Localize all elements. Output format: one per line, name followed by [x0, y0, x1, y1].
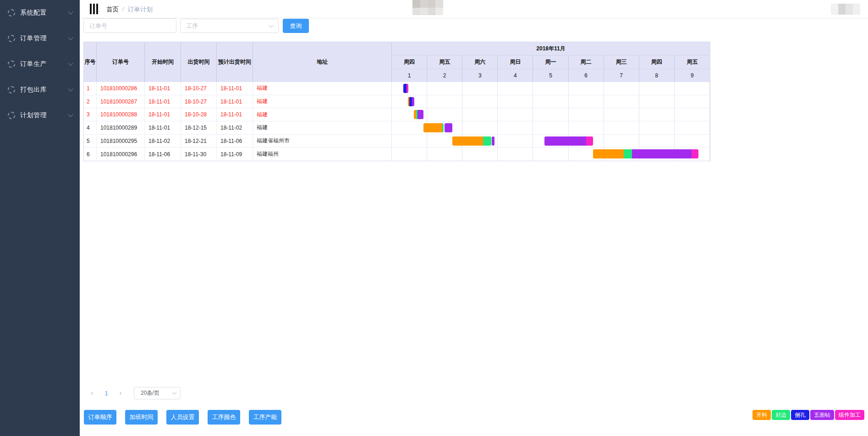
gantt-bar[interactable]	[414, 110, 423, 119]
breadcrumb-current: 订单计划	[128, 5, 153, 14]
day-number-row: 123456789	[392, 69, 710, 82]
weekday-row: 周四周五周六周日周一周二周三周四周五	[392, 55, 710, 69]
cell-order-no: 101810000289	[97, 121, 145, 134]
legend-chip-fengbian[interactable]: 封边	[772, 410, 790, 420]
sidebar-item-1[interactable]: 系统配置	[0, 0, 80, 26]
cell-start-time: 18-11-01	[145, 95, 181, 108]
cell-seq: 1	[84, 82, 97, 95]
cell-order-no: 101810000286	[97, 82, 145, 95]
cell-est-ship-time: 18-11-01	[217, 95, 253, 108]
order-no-input[interactable]	[83, 18, 176, 33]
order-sequence-button[interactable]: 订单顺序	[84, 410, 116, 425]
action-buttons: 订单顺序加班时间人员设置工序颜色工序产能	[84, 410, 281, 425]
day-number-cell: 1	[392, 69, 427, 82]
sidebar-item-3[interactable]: 订单生产	[0, 51, 80, 77]
page-size-value: 20条/页	[141, 389, 159, 397]
chevron-down-icon	[172, 390, 177, 395]
col-order-no-header: 订单号	[97, 42, 145, 82]
sidebar-item-5[interactable]: 计划管理	[0, 103, 80, 128]
gantt-bar[interactable]	[445, 123, 452, 132]
cell-start-time: 18-11-01	[145, 108, 181, 121]
cell-ship-time: 18-11-30	[181, 147, 217, 161]
table-row: 410181000028918-11-0118-12-1518-11-02福建	[84, 121, 710, 135]
table-row: 210181000028718-11-0118-10-2718-11-01福建	[84, 95, 710, 109]
cell-ship-time: 18-10-28	[181, 108, 217, 121]
cell-ship-time: 18-10-27	[181, 82, 217, 95]
gantt-bar[interactable]	[408, 97, 414, 106]
gantt-row	[392, 82, 710, 95]
gear-icon	[8, 112, 15, 119]
weekday-cell: 周二	[569, 55, 604, 69]
cell-start-time: 18-11-02	[145, 135, 181, 147]
cell-seq: 2	[84, 95, 97, 108]
sidebar-item-2[interactable]: 订单管理	[0, 26, 80, 51]
cell-est-ship-time: 18-11-02	[217, 121, 253, 134]
weekday-cell: 周四	[639, 55, 675, 69]
process-legend: 开料封边侧孔五面钻组件加工	[753, 410, 864, 420]
page-size-select[interactable]: 20条/页	[134, 387, 181, 399]
sidebar-item-label: 系统配置	[20, 9, 69, 17]
chevron-down-icon	[68, 112, 73, 117]
legend-chip-wumianzuan[interactable]: 五面钻	[810, 410, 834, 420]
table-header-left: 序号订单号开始时间出货时间预计出货时间地址	[84, 42, 392, 82]
sidebar-item-label: 订单管理	[20, 34, 69, 43]
gantt-bar[interactable]	[492, 136, 494, 146]
collapse-menu-icon[interactable]	[90, 4, 98, 14]
cell-est-ship-time: 18-11-01	[217, 108, 253, 121]
order-plan-page: 系统配置订单管理订单生产打包出库计划管理 首页 / 订单计划 工序 查询 序号订…	[0, 0, 868, 436]
table-row: 510181000029518-11-0218-12-2118-11-06福建省…	[84, 135, 710, 148]
sidebar-item-4[interactable]: 打包出库	[0, 77, 80, 103]
sidebar-menu: 系统配置订单管理订单生产打包出库计划管理	[0, 0, 80, 128]
cell-start-time: 18-11-06	[145, 147, 181, 161]
day-number-cell: 2	[427, 69, 462, 82]
gear-icon	[8, 60, 15, 68]
cell-start-time: 18-11-01	[145, 121, 181, 134]
chevron-down-icon	[68, 60, 73, 65]
prev-page-icon[interactable]: ‹	[85, 389, 99, 397]
gantt-bar[interactable]	[423, 123, 444, 132]
cell-address: 福建省福州市	[253, 135, 392, 147]
cell-seq: 4	[84, 121, 97, 134]
breadcrumb-home[interactable]: 首页	[106, 5, 119, 14]
weekday-cell: 周三	[604, 55, 639, 69]
process-segment-zujian	[586, 136, 593, 146]
overtime-button[interactable]: 加班时间	[125, 410, 158, 425]
cell-order-no: 101810000295	[97, 135, 145, 147]
staff-settings-button[interactable]: 人员设置	[166, 410, 199, 425]
weekday-cell: 周五	[427, 55, 462, 69]
process-select[interactable]: 工序	[180, 19, 279, 33]
gantt-bar[interactable]	[452, 136, 491, 146]
gantt-row	[392, 147, 710, 161]
gantt-bar[interactable]	[544, 136, 593, 146]
search-button[interactable]: 查询	[283, 19, 309, 33]
process-capacity-button[interactable]: 工序产能	[249, 410, 281, 425]
chevron-down-icon	[269, 23, 274, 27]
table-row: 610181000029618-11-0618-11-3018-11-09福建福…	[84, 147, 710, 161]
cell-address: 福建	[253, 108, 392, 121]
cell-order-no: 101810000296	[97, 147, 145, 161]
gantt-bar[interactable]	[593, 149, 698, 158]
gear-icon	[8, 9, 15, 16]
page-number[interactable]: 1	[99, 390, 114, 397]
day-number-cell: 5	[533, 69, 568, 82]
legend-chip-kailiao[interactable]: 开料	[753, 410, 771, 420]
legend-chip-cekong[interactable]: 侧孔	[791, 410, 809, 420]
weekday-cell: 周五	[675, 55, 710, 69]
gantt-row	[392, 95, 710, 108]
day-number-cell: 7	[604, 69, 639, 82]
gantt-bar[interactable]	[403, 84, 408, 93]
process-segment-wumianzuan	[544, 136, 586, 146]
process-segment-wumianzuan	[445, 123, 452, 132]
sidebar: 系统配置订单管理订单生产打包出库计划管理	[0, 0, 80, 436]
order-plan-table: 序号订单号开始时间出货时间预计出货时间地址 2018年11月 周四周五周六周日周…	[83, 42, 710, 161]
cell-address: 福建	[253, 121, 392, 134]
cell-seq: 6	[84, 147, 97, 161]
cell-est-ship-time: 18-11-01	[217, 82, 253, 95]
blurred-username	[831, 4, 860, 15]
breadcrumb: 首页 / 订单计划	[106, 5, 153, 14]
next-page-icon[interactable]: ›	[114, 389, 127, 397]
legend-chip-zujian[interactable]: 组件加工	[835, 410, 864, 420]
pagination: ‹ 1 › 20条/页	[85, 386, 181, 400]
process-color-button[interactable]: 工序颜色	[208, 410, 240, 425]
blurred-region	[412, 0, 443, 15]
